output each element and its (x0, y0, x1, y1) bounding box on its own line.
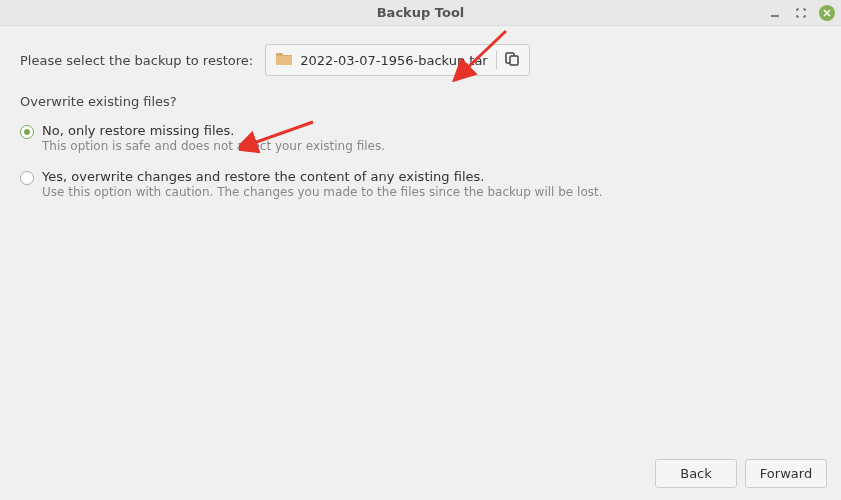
radio-yes-title: Yes, overwrite changes and restore the c… (42, 169, 603, 184)
radio-option-no[interactable]: No, only restore missing files. This opt… (20, 123, 821, 153)
folder-icon (276, 52, 292, 69)
close-icon (823, 9, 831, 17)
radio-no-desc: This option is safe and does not affect … (42, 139, 385, 153)
radio-button-no[interactable] (20, 125, 34, 139)
file-browse-icon (505, 52, 519, 69)
radio-option-yes[interactable]: Yes, overwrite changes and restore the c… (20, 169, 821, 199)
select-backup-label: Please select the backup to restore: (20, 53, 253, 68)
radio-text-container: Yes, overwrite changes and restore the c… (42, 169, 603, 199)
forward-button[interactable]: Forward (745, 459, 827, 488)
file-select-row: Please select the backup to restore: 202… (20, 44, 821, 76)
radio-text-container: No, only restore missing files. This opt… (42, 123, 385, 153)
minimize-icon (770, 8, 780, 18)
overwrite-question: Overwrite existing files? (20, 94, 821, 109)
footer-buttons: Back Forward (655, 459, 827, 488)
close-button[interactable] (819, 5, 835, 21)
selected-file-name: 2022-03-07-1956-backup.tar (300, 53, 488, 68)
file-chooser-button[interactable]: 2022-03-07-1956-backup.tar (265, 44, 530, 76)
svg-rect-4 (510, 56, 518, 65)
window-title: Backup Tool (377, 5, 465, 20)
content-area: Please select the backup to restore: 202… (0, 26, 841, 217)
titlebar: Backup Tool (0, 0, 841, 26)
radio-yes-desc: Use this option with caution. The change… (42, 185, 603, 199)
separator (496, 51, 497, 69)
maximize-button[interactable] (793, 5, 809, 21)
radio-button-yes[interactable] (20, 171, 34, 185)
window-controls (767, 0, 835, 26)
minimize-button[interactable] (767, 5, 783, 21)
maximize-icon (796, 8, 806, 18)
radio-no-title: No, only restore missing files. (42, 123, 385, 138)
radio-group: No, only restore missing files. This opt… (20, 123, 821, 199)
back-button[interactable]: Back (655, 459, 737, 488)
